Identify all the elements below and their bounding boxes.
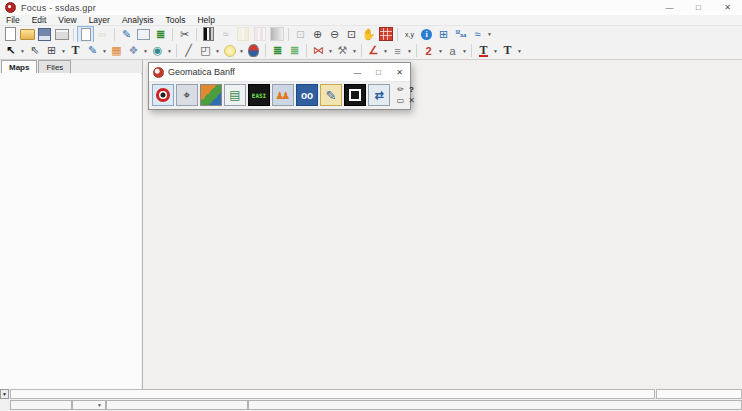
label-dropdown-caret[interactable]: ▼ (461, 43, 468, 58)
link-icon[interactable]: ∞ (94, 27, 111, 42)
mosaic-icon[interactable] (344, 84, 366, 106)
zoom-in-icon[interactable]: ⊕ (309, 27, 326, 42)
menu-view[interactable]: View (52, 15, 82, 25)
tab-files[interactable]: Files (38, 60, 71, 73)
window-small-icon[interactable]: ▭ (395, 95, 406, 106)
paste-icon[interactable] (77, 26, 94, 43)
chart-dropdown-caret[interactable]: ▼ (486, 27, 493, 42)
select-arrow-icon[interactable]: ↖ (2, 43, 19, 58)
pencil-small-icon[interactable]: ✏ (395, 84, 406, 95)
select-alt-icon[interactable]: ⇖ (26, 43, 43, 58)
menu-tools[interactable]: Tools (160, 15, 192, 25)
numbering-icon[interactable]: 2 (420, 43, 437, 58)
shapes-dropdown-caret[interactable]: ▼ (142, 43, 149, 58)
palette-pink-icon[interactable] (251, 27, 268, 42)
new-file-icon[interactable] (2, 27, 19, 42)
pan-icon[interactable]: ✋ (360, 27, 377, 42)
info-icon[interactable]: i (418, 27, 435, 42)
line-style-dropdown-caret[interactable]: ▼ (406, 43, 413, 58)
menu-file[interactable]: File (0, 15, 26, 25)
scrollbar-corner[interactable] (656, 389, 742, 399)
cut-icon[interactable]: ✂ (176, 27, 193, 42)
measure-angle-icon[interactable]: ∠ (365, 43, 382, 58)
minimize-button[interactable]: — (655, 0, 684, 15)
banff-minimize-button[interactable]: — (347, 63, 368, 81)
tools-dropdown-caret[interactable]: ▼ (351, 43, 358, 58)
banff-close-button[interactable]: ✕ (389, 63, 410, 81)
label-icon[interactable]: a (444, 43, 461, 58)
palette-yellow-icon[interactable] (234, 27, 251, 42)
select-dropdown-caret[interactable]: ▼ (19, 43, 26, 58)
grid-tool-icon[interactable]: ⊞ (43, 43, 60, 58)
text-style-dropdown-caret[interactable]: ▼ (516, 43, 523, 58)
vector-dropdown-caret[interactable]: ▼ (327, 43, 334, 58)
bulb-dropdown-caret[interactable]: ▼ (238, 43, 245, 58)
panel-collapse-button[interactable]: ▼ (0, 389, 9, 399)
zoom-to-selection-icon[interactable]: ⊡ (292, 27, 309, 42)
menu-edit[interactable]: Edit (26, 15, 53, 25)
close-small-icon[interactable]: ✕ (406, 95, 417, 106)
focus-launcher-icon[interactable] (152, 84, 174, 106)
bucket-icon[interactable]: ◉ (149, 43, 166, 58)
pushpin-icon[interactable] (245, 43, 262, 58)
fly-icon[interactable]: oo (296, 84, 318, 106)
stylus-dropdown-caret[interactable]: ▼ (101, 43, 108, 58)
frame-icon[interactable] (135, 27, 152, 42)
tab-maps[interactable]: Maps (1, 60, 37, 74)
erase-icon[interactable]: ✎ (118, 27, 135, 42)
grey-ramp-icon[interactable] (268, 27, 285, 42)
chart-icon[interactable]: ≈ (469, 27, 486, 42)
shapes-icon[interactable]: ❖ (125, 43, 142, 58)
status-cell-units[interactable]: ▼ (72, 400, 106, 410)
menu-analysis[interactable]: Analysis (116, 15, 160, 25)
brush-icon[interactable]: ✎ (320, 84, 342, 106)
layers-icon[interactable]: ≣ (152, 27, 169, 42)
orthoengine-icon[interactable] (200, 84, 222, 106)
grid-dropdown-caret[interactable]: ▼ (60, 43, 67, 58)
menu-layer[interactable]: Layer (83, 15, 116, 25)
maps-tree-panel[interactable] (0, 73, 141, 389)
bucket-dropdown-caret[interactable]: ▼ (166, 43, 173, 58)
rgb-mapper-icon[interactable] (377, 27, 394, 42)
area-dropdown-caret[interactable]: ▼ (214, 43, 221, 58)
modeler-icon[interactable]: ▤ (224, 84, 246, 106)
vector-edit-icon[interactable]: ⋈ (310, 43, 327, 58)
zoom-actual-icon[interactable]: ⊡ (343, 27, 360, 42)
line-tool-icon[interactable]: ╱ (180, 43, 197, 58)
open-folder-icon[interactable] (19, 27, 36, 42)
numbering-dropdown-caret[interactable]: ▼ (437, 43, 444, 58)
text-tool-icon[interactable]: T (67, 43, 84, 58)
close-button[interactable]: ✕ (713, 0, 742, 15)
banff-maximize-button[interactable]: □ (368, 63, 389, 81)
menu-help[interactable]: Help (191, 15, 220, 25)
layer-view-icon[interactable]: ≣ (269, 43, 286, 58)
bulb-icon[interactable] (221, 43, 238, 58)
data-transfer-icon[interactable]: ⇄ (368, 84, 390, 106)
help-icon[interactable]: ? (406, 84, 417, 95)
easi-icon[interactable]: EASI (248, 84, 270, 106)
banff-title-bar[interactable]: Geomatica Banff — □ ✕ (149, 63, 410, 82)
print-icon[interactable] (53, 27, 70, 42)
horizontal-scrollbar[interactable] (10, 389, 655, 399)
text-style-icon[interactable]: T (499, 43, 516, 58)
numeric-values-icon[interactable]: ¹²₃₄ (452, 27, 469, 42)
stylus-icon[interactable]: ✎ (84, 43, 101, 58)
line-style-icon[interactable]: ≡ (389, 43, 406, 58)
maximize-button[interactable]: □ (684, 0, 713, 15)
measure-dropdown-caret[interactable]: ▼ (382, 43, 389, 58)
area-tool-icon[interactable]: ◰ (197, 43, 214, 58)
attribute-table-icon[interactable]: ⊞ (435, 27, 452, 42)
layer-view-alt-icon[interactable]: ≣ (286, 43, 303, 58)
curve-icon[interactable]: ≈ (217, 27, 234, 42)
text-underline-dropdown-caret[interactable]: ▼ (492, 43, 499, 58)
zoom-out-icon[interactable]: ⊖ (326, 27, 343, 42)
coords-xy-icon[interactable]: x,y (401, 27, 418, 42)
enhancement-icon[interactable] (200, 27, 217, 42)
text-underline-icon[interactable]: T (475, 43, 492, 58)
units-dropdown-caret[interactable]: ▼ (96, 400, 103, 410)
tools-icon[interactable]: ⚒ (334, 43, 351, 58)
figures-icon[interactable]: ♟♟ (272, 84, 294, 106)
catalog-icon[interactable]: ⌖ (176, 84, 198, 106)
save-icon[interactable] (36, 27, 53, 42)
ortho-grid-icon[interactable]: ▦ (108, 43, 125, 58)
